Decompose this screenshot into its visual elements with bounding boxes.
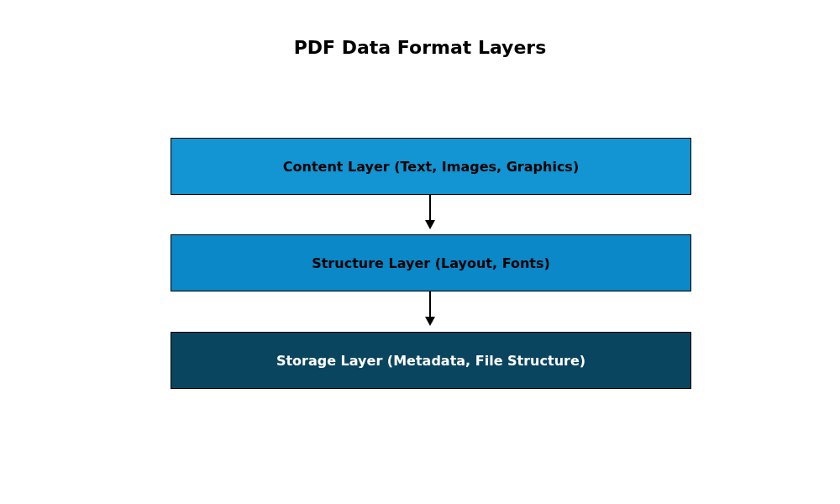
arrow-down-icon (424, 195, 436, 229)
layer-content-label: Content Layer (Text, Images, Graphics) (283, 159, 579, 175)
arrow-down-icon (424, 291, 436, 326)
layer-storage: Storage Layer (Metadata, File Structure) (171, 332, 691, 389)
layer-structure-label: Structure Layer (Layout, Fonts) (312, 255, 550, 271)
layer-structure: Structure Layer (Layout, Fonts) (171, 234, 691, 291)
layer-storage-label: Storage Layer (Metadata, File Structure) (276, 353, 585, 369)
diagram-title: PDF Data Format Layers (0, 37, 840, 58)
layer-content: Content Layer (Text, Images, Graphics) (171, 138, 691, 195)
